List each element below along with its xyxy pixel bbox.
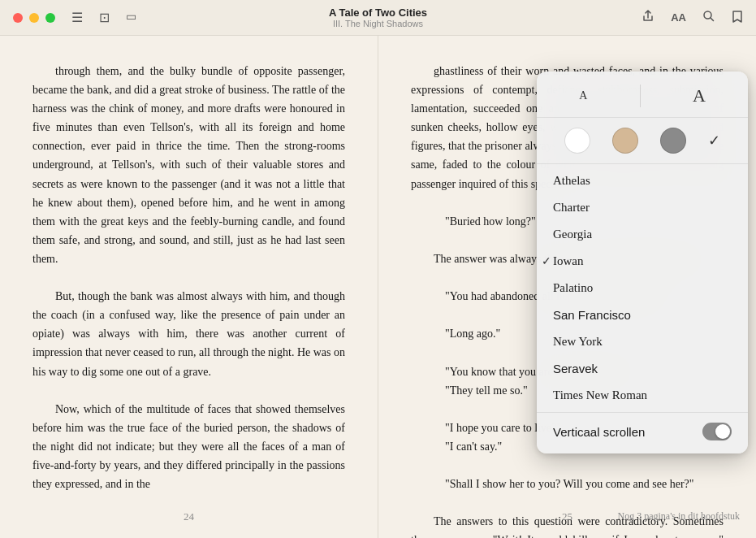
font-name-charter: Charter xyxy=(553,201,590,215)
vertical-scroll-label: Verticaal scrollen xyxy=(553,425,645,439)
window-controls xyxy=(13,13,55,23)
paragraph: Now, which of the multitude of faces tha… xyxy=(32,400,345,493)
font-name-seravek: Seravek xyxy=(553,362,598,375)
bookmark-icon[interactable] xyxy=(732,10,743,26)
font-name-times-new-roman: Times New Roman xyxy=(553,388,647,402)
maximize-button[interactable] xyxy=(45,13,55,23)
font-name-palatino: Palatino xyxy=(553,281,593,295)
font-list: Athelas Charter Georgia ✓ Iowan Palatino… xyxy=(537,164,748,413)
page-left: through them, and the bulky bundle of op… xyxy=(0,36,378,538)
color-gray-swatch[interactable] xyxy=(660,128,686,154)
font-name-new-york: New York xyxy=(553,335,603,349)
minimize-button[interactable] xyxy=(29,13,39,23)
titlebar: ☰ ⊡ ▭ A Tale of Two Cities III. The Nigh… xyxy=(0,0,756,36)
vertical-scroll-row: Verticaal scrollen xyxy=(537,413,748,450)
color-selected-check: ✓ xyxy=(708,132,720,150)
font-name-iowan: Iowan xyxy=(553,254,584,268)
share-icon[interactable] xyxy=(642,10,654,26)
font-item-iowan[interactable]: ✓ Iowan xyxy=(537,248,748,275)
titlebar-center: A Tale of Two Cities III. The Night Shad… xyxy=(329,7,427,28)
small-a-label: A xyxy=(579,89,587,102)
selected-font-check: ✓ xyxy=(542,254,551,268)
font-size-icon[interactable]: AA xyxy=(671,11,686,24)
font-item-san-francisco[interactable]: San Francisco xyxy=(537,302,748,328)
font-item-palatino[interactable]: Palatino xyxy=(537,275,748,302)
font-size-row: A A xyxy=(537,72,748,118)
sidebar-icon[interactable]: ⊡ xyxy=(99,10,110,25)
font-item-athelas[interactable]: Athelas xyxy=(537,167,748,194)
content-area: through them, and the bulky bundle of op… xyxy=(0,36,756,538)
divider xyxy=(640,85,641,107)
page-number-right: 25 xyxy=(562,508,572,525)
font-panel: A A ✓ Athelas Charter Georgia xyxy=(537,72,748,453)
reader-icon[interactable]: ▭ xyxy=(126,10,136,25)
paragraph: through them, and the bulky bundle of op… xyxy=(32,62,345,268)
font-item-times-new-roman[interactable]: Times New Roman xyxy=(537,382,748,409)
toolbar-left: ☰ ⊡ ▭ xyxy=(71,10,136,25)
font-item-seravek[interactable]: Seravek xyxy=(537,355,748,382)
search-icon[interactable] xyxy=(702,10,715,26)
vertical-scroll-toggle[interactable] xyxy=(702,423,732,440)
font-item-new-york[interactable]: New York xyxy=(537,328,748,355)
decrease-font-button[interactable]: A xyxy=(579,89,587,102)
font-name-athelas: Athelas xyxy=(553,174,590,188)
toggle-knob xyxy=(715,424,730,439)
page-number-left: 24 xyxy=(184,508,194,525)
color-tan-swatch[interactable] xyxy=(612,128,638,154)
font-item-georgia[interactable]: Georgia xyxy=(537,221,748,248)
close-button[interactable] xyxy=(13,13,23,23)
font-item-charter[interactable]: Charter xyxy=(537,194,748,221)
book-title: A Tale of Two Cities xyxy=(329,7,427,19)
color-white-swatch[interactable] xyxy=(564,128,590,154)
background-color-row: ✓ xyxy=(537,118,748,164)
chapter-pages-remaining: Nog 3 pagina's in dit hoofdstuk xyxy=(618,509,741,525)
large-a-label: A xyxy=(693,85,706,106)
paragraph-quote: "Shall I show her to you? Will you come … xyxy=(411,475,724,493)
list-icon[interactable]: ☰ xyxy=(71,10,83,25)
page-left-text: through them, and the bulky bundle of op… xyxy=(32,62,345,493)
toolbar-right: AA xyxy=(642,10,743,26)
increase-font-button[interactable]: A xyxy=(693,85,706,106)
font-name-san-francisco: San Francisco xyxy=(553,308,631,322)
chapter-subtitle: III. The Night Shadows xyxy=(329,19,427,28)
font-name-georgia: Georgia xyxy=(553,228,592,241)
paragraph: But, though the bank was almost always w… xyxy=(32,287,345,380)
